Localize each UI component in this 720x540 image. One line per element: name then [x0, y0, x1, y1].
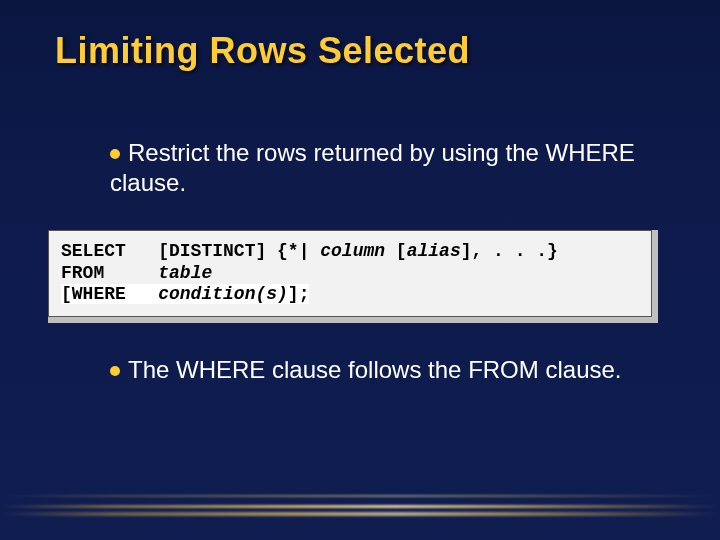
- keyword-select: SELECT: [61, 241, 126, 261]
- decorative-ribbon: [0, 505, 720, 508]
- keyword-where: [WHERE: [61, 284, 126, 304]
- code-text: [: [385, 241, 407, 261]
- bullet-text: Restrict the rows returned by using the …: [110, 139, 635, 196]
- code-text: ], . . .}: [461, 241, 558, 261]
- bullet-item: The WHERE clause follows the FROM clause…: [110, 355, 680, 385]
- keyword-from: FROM: [61, 263, 104, 283]
- bullet-icon: [110, 366, 120, 376]
- code-italic: condition(s): [158, 284, 288, 304]
- code-text: [DISTINCT] {*|: [158, 241, 320, 261]
- code-italic: alias: [407, 241, 461, 261]
- decorative-ribbon: [0, 512, 720, 516]
- bullet-item: Restrict the rows returned by using the …: [110, 138, 680, 198]
- code-text: ];: [288, 284, 310, 304]
- code-block: SELECT [DISTINCT] {*| column [alias], . …: [48, 230, 652, 317]
- page-title: Limiting Rows Selected: [55, 30, 470, 72]
- bullet-text: The WHERE clause follows the FROM clause…: [128, 356, 622, 383]
- code-italic: column: [320, 241, 385, 261]
- code-block-shadow: SELECT [DISTINCT] {*| column [alias], . …: [48, 230, 658, 323]
- bullet-icon: [110, 149, 120, 159]
- code-italic: table: [158, 263, 212, 283]
- decorative-ribbon: [0, 495, 720, 497]
